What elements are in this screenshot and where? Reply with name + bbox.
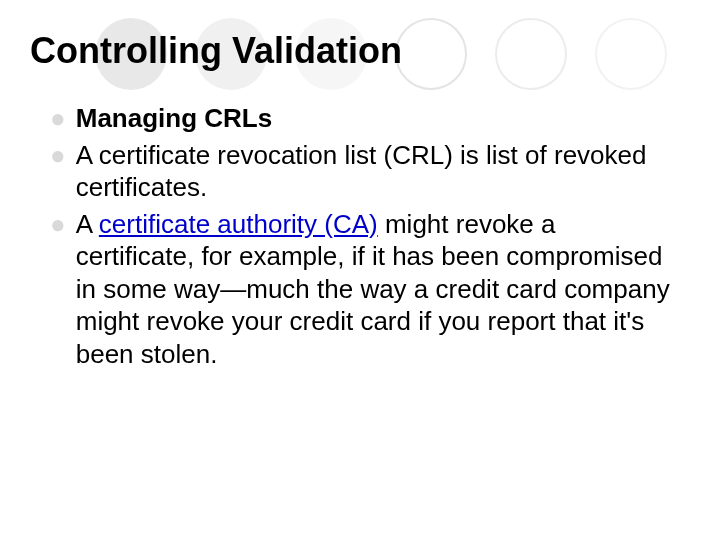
bullet-icon: ● xyxy=(50,139,66,172)
slide-content: ● Managing CRLs ● A certificate revocati… xyxy=(0,72,720,370)
slide-title: Controlling Validation xyxy=(0,0,720,72)
list-item: ● A certificate authority (CA) might rev… xyxy=(50,208,680,371)
list-item: ● Managing CRLs xyxy=(50,102,680,135)
list-item-text: A certificate authority (CA) might revok… xyxy=(76,208,680,371)
list-item-text: Managing CRLs xyxy=(76,102,680,135)
list-item-text: A certificate revocation list (CRL) is l… xyxy=(76,139,680,204)
list-item: ● A certificate revocation list (CRL) is… xyxy=(50,139,680,204)
bullet-icon: ● xyxy=(50,208,66,241)
bullet-icon: ● xyxy=(50,102,66,135)
bold-text: Managing CRLs xyxy=(76,103,272,133)
certificate-authority-link[interactable]: certificate authority (CA) xyxy=(99,209,378,239)
text-before-link: A xyxy=(76,209,99,239)
